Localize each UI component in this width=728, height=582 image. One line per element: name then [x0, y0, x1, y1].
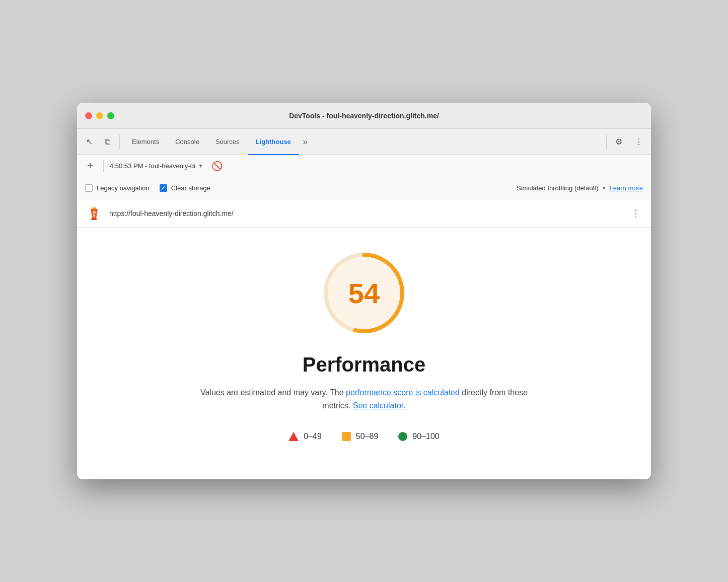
toolbar-right: ⚙ ⋮: [611, 134, 647, 150]
more-vert-icon: ⋮: [631, 208, 640, 219]
tab-elements[interactable]: Elements: [124, 129, 167, 155]
tab-lighthouse[interactable]: Lighthouse: [248, 129, 299, 155]
options-toolbar: Legacy navigation Clear storage Simulate…: [77, 177, 651, 199]
score-container: 54: [319, 248, 409, 338]
add-icon: +: [87, 160, 93, 172]
tab-elements-label: Elements: [132, 138, 159, 146]
block-icon[interactable]: 🚫: [211, 161, 223, 172]
secondary-toolbar: + 4:50:53 PM - foul-heavenly-di ▼ 🚫: [77, 155, 651, 177]
maximize-button[interactable]: [107, 112, 114, 119]
add-report-button[interactable]: +: [83, 159, 97, 173]
more-tabs-button[interactable]: »: [299, 129, 312, 155]
clear-storage-label: Clear storage: [160, 184, 210, 192]
description-text: Values are estimated and may vary. The p…: [193, 386, 535, 412]
svg-rect-3: [93, 211, 96, 213]
devtools-window: DevTools - foul-heavenly-direction.glitc…: [77, 103, 651, 479]
svg-rect-2: [91, 219, 97, 220]
tab-console[interactable]: Console: [167, 129, 207, 155]
legend-item-average: 50–89: [342, 432, 379, 441]
svg-rect-4: [93, 214, 95, 217]
tab-sources-label: Sources: [215, 138, 240, 146]
toolbar-divider-2: [606, 135, 607, 149]
svg-marker-1: [91, 209, 98, 219]
throttling-select: Simulated throttling (default) ▼ Learn m…: [517, 184, 643, 192]
throttling-text: Simulated throttling (default): [517, 184, 599, 192]
timestamp-selector: 4:50:53 PM - foul-heavenly-di ▼: [110, 162, 203, 170]
legend-item-good: 90–100: [398, 432, 439, 441]
clear-storage-text: Clear storage: [171, 184, 210, 192]
minimize-button[interactable]: [96, 112, 103, 119]
cursor-icon: ↖: [86, 137, 93, 147]
devtools-toolbar: ↖ ⧉ Elements Console Sources Lighthouse …: [77, 129, 651, 155]
tab-console-label: Console: [175, 138, 199, 146]
legend-triangle-icon: [288, 432, 299, 441]
close-button[interactable]: [85, 112, 92, 119]
url-bar-more-button[interactable]: ⋮: [629, 206, 643, 221]
score-number: 54: [348, 277, 380, 310]
performance-title: Performance: [303, 353, 426, 376]
settings-icon: ⚙: [615, 137, 622, 147]
more-options-button[interactable]: ⋮: [631, 134, 647, 150]
learn-more-link[interactable]: Learn more: [610, 184, 643, 192]
legend-item-poor: 0–49: [288, 432, 322, 441]
secondary-divider: [103, 160, 104, 172]
throttling-dropdown-arrow[interactable]: ▼: [602, 185, 607, 191]
tab-lighthouse-label: Lighthouse: [256, 138, 291, 146]
more-tabs-icon: »: [303, 137, 308, 147]
traffic-lights: [85, 112, 114, 119]
score-legend: 0–49 50–89 90–100: [288, 432, 439, 441]
settings-button[interactable]: ⚙: [611, 134, 627, 150]
tab-sources[interactable]: Sources: [207, 129, 248, 155]
calculator-link[interactable]: See calculator.: [353, 401, 406, 410]
timestamp-text: 4:50:53 PM - foul-heavenly-di: [110, 162, 195, 170]
clear-storage-checkbox[interactable]: [160, 184, 167, 192]
url-bar: https://foul-heavenly-direction.glitch.m…: [77, 199, 651, 228]
legacy-navigation-label: Legacy navigation: [85, 184, 150, 192]
timestamp-dropdown-arrow[interactable]: ▼: [198, 163, 203, 169]
url-text: https://foul-heavenly-direction.glitch.m…: [109, 209, 623, 217]
title-bar: DevTools - foul-heavenly-direction.glitc…: [77, 103, 651, 129]
toolbar-divider-1: [119, 135, 120, 149]
legend-poor-range: 0–49: [304, 432, 322, 441]
performance-score-link[interactable]: performance score is calculated: [346, 388, 460, 397]
legend-circle-icon: [398, 432, 407, 441]
legend-average-range: 50–89: [356, 432, 379, 441]
device-icon: ⧉: [105, 137, 110, 147]
legacy-navigation-text: Legacy navigation: [97, 184, 150, 192]
more-options-icon: ⋮: [635, 137, 643, 147]
legend-square-icon: [342, 432, 351, 441]
legacy-navigation-checkbox[interactable]: [85, 184, 93, 192]
device-toolbar-button[interactable]: ⧉: [99, 134, 115, 150]
window-title: DevTools - foul-heavenly-direction.glitc…: [289, 112, 439, 120]
svg-rect-0: [92, 207, 96, 209]
main-content: 54 Performance Values are estimated and …: [77, 228, 651, 479]
description-prefix: Values are estimated and may vary. The: [200, 388, 346, 397]
legend-good-range: 90–100: [412, 432, 439, 441]
cursor-tool-button[interactable]: ↖: [81, 134, 97, 150]
lighthouse-icon: [85, 204, 103, 223]
tab-list: Elements Console Sources Lighthouse »: [124, 129, 602, 155]
